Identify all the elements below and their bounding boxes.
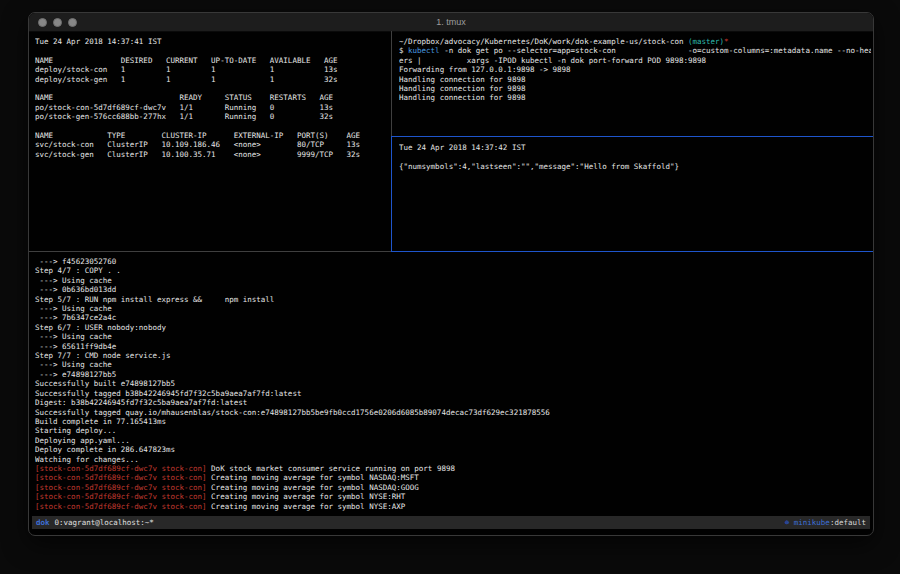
terminal-line: ---> 65611ff9db4e — [35, 342, 869, 351]
tmux-window-item[interactable]: 0:vagrant@localhost:~* — [55, 518, 154, 527]
zoom-window-button[interactable] — [68, 18, 77, 27]
terminal-line: Step 6/7 : USER nobody:nobody — [35, 323, 869, 332]
terminal-line: ~/Dropbox/advocacy/Kubernetes/DoK/work/d… — [399, 37, 871, 46]
traffic-light-buttons — [38, 18, 77, 27]
tmux-terminal: Tue 24 Apr 2018 14:37:41 IST NAME DESIRE… — [29, 31, 873, 535]
terminal-line: {"numsymbols":4,"lastseen":"","message":… — [399, 162, 871, 171]
kube-context-indicator: ☸ minikube:default — [785, 516, 866, 529]
kubernetes-wheel-icon: ☸ — [785, 518, 794, 527]
tmux-session-name[interactable]: dok — [36, 518, 50, 527]
terminal-line: ---> 7b6347ce2a4c — [35, 313, 869, 322]
terminal-line: ---> Using cache — [35, 304, 869, 313]
terminal-line: Forwarding from 127.0.0.1:9898 -> 9898 — [399, 65, 871, 74]
terminal-line: ers | xargs -IPOD kubectl -n dok port-fo… — [399, 56, 871, 65]
terminal-line: ---> 0b636bd013dd — [35, 285, 869, 294]
terminal-line — [35, 84, 387, 93]
window-titlebar: 1. tmux — [29, 13, 873, 32]
terminal-line: NAME READY STATUS RESTARTS AGE — [35, 93, 387, 102]
terminal-line: deploy/stock-gen 1 1 1 1 32s — [35, 75, 387, 84]
terminal-line: Step 7/7 : CMD node service.js — [35, 351, 869, 360]
pane-divider-horizontal-right-active[interactable] — [391, 136, 873, 137]
pane-divider-vertical-inactive[interactable] — [391, 31, 392, 136]
terminal-line: NAME DESIRED CURRENT UP-TO-DATE AVAILABL… — [35, 56, 387, 65]
terminal-line: Handling connection for 9898 — [399, 93, 871, 102]
minimize-window-button[interactable] — [53, 18, 62, 27]
terminal-line: [stock-con-5d7df689cf-dwc7v stock-con] C… — [35, 492, 869, 501]
terminal-line — [399, 152, 871, 161]
terminal-line: [stock-con-5d7df689cf-dwc7v stock-con] C… — [35, 502, 869, 511]
terminal-line: Tue 24 Apr 2018 14:37:42 IST — [399, 143, 871, 152]
terminal-line — [35, 46, 387, 55]
terminal-line: ---> f45623052760 — [35, 257, 869, 266]
pane-kubectl-watch[interactable]: Tue 24 Apr 2018 14:37:41 IST NAME DESIRE… — [35, 37, 387, 251]
terminal-line — [35, 122, 387, 131]
terminal-line: [stock-con-5d7df689cf-dwc7v stock-con] C… — [35, 473, 869, 482]
terminal-line: svc/stock-gen ClusterIP 10.100.35.71 <no… — [35, 150, 387, 159]
kube-context-name: minikube — [794, 518, 830, 527]
terminal-window: 1. tmux Tue 24 Apr 2018 14:37:41 IST NAM… — [28, 12, 874, 536]
terminal-line: Deploy complete in 286.647823ms — [35, 445, 869, 454]
terminal-line: ---> Using cache — [35, 332, 869, 341]
terminal-line: $ kubectl -n dok get po --selector=app=s… — [399, 46, 871, 55]
pane-skaffold-build-log[interactable]: ---> f45623052760Step 4/7 : COPY . . ---… — [35, 257, 869, 513]
pane-divider-horizontal-left-inactive[interactable] — [29, 251, 391, 252]
terminal-line: Successfully built e74898127bb5 — [35, 379, 869, 388]
terminal-line: po/stock-gen-576cc688bb-277hx 1/1 Runnin… — [35, 112, 387, 121]
terminal-line: po/stock-con-5d7df689cf-dwc7v 1/1 Runnin… — [35, 103, 387, 112]
terminal-line: [stock-con-5d7df689cf-dwc7v stock-con] C… — [35, 483, 869, 492]
terminal-line: deploy/stock-con 1 1 1 1 13s — [35, 65, 387, 74]
terminal-line: svc/stock-con ClusterIP 10.109.186.46 <n… — [35, 140, 387, 149]
close-window-button[interactable] — [38, 18, 47, 27]
terminal-line: ---> Using cache — [35, 360, 869, 369]
terminal-line: Handling connection for 9898 — [399, 84, 871, 93]
terminal-line: Step 4/7 : COPY . . — [35, 266, 869, 275]
terminal-line: NAME TYPE CLUSTER-IP EXTERNAL-IP PORT(S)… — [35, 131, 387, 140]
tmux-status-bar: dok0:vagrant@localhost:~* ☸ minikube:def… — [32, 516, 870, 529]
pane-port-forward[interactable]: ~/Dropbox/advocacy/Kubernetes/DoK/work/d… — [399, 37, 871, 134]
desktop: 1. tmux Tue 24 Apr 2018 14:37:41 IST NAM… — [0, 0, 900, 574]
terminal-line: Deploying app.yaml... — [35, 436, 869, 445]
terminal-line: Starting deploy... — [35, 426, 869, 435]
pane-divider-vertical-active[interactable] — [391, 136, 392, 251]
terminal-line: Handling connection for 9898 — [399, 75, 871, 84]
terminal-line: Successfully tagged quay.io/mhausenblas/… — [35, 408, 869, 417]
terminal-line: ---> e74898127bb5 — [35, 370, 869, 379]
terminal-line: ---> Using cache — [35, 276, 869, 285]
terminal-line: [stock-con-5d7df689cf-dwc7v stock-con] D… — [35, 464, 869, 473]
terminal-line: Tue 24 Apr 2018 14:37:41 IST — [35, 37, 387, 46]
window-title: 1. tmux — [29, 13, 873, 31]
terminal-line: Watching for changes... — [35, 455, 869, 464]
terminal-line: Successfully tagged b38b42246945fd7f32c5… — [35, 389, 869, 398]
pane-divider-horizontal-bottom-active[interactable] — [391, 251, 873, 252]
terminal-line: Digest: b38b42246945fd7f32c5ba9aea7af7fd… — [35, 398, 869, 407]
terminal-line: Step 5/7 : RUN npm install express && np… — [35, 295, 869, 304]
kube-namespace-name: :default — [830, 518, 866, 527]
pane-service-output-active[interactable]: Tue 24 Apr 2018 14:37:42 IST {"numsymbol… — [399, 143, 871, 249]
terminal-line: Build complete in 77.165413ms — [35, 417, 869, 426]
